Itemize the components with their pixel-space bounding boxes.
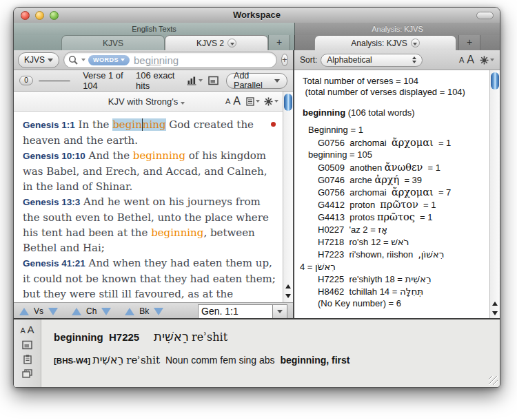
verse-down-button[interactable] — [48, 308, 58, 315]
analysis-text: = 2 — [363, 224, 378, 235]
reference-input[interactable] — [198, 304, 272, 319]
scope-token[interactable]: WORDS — [88, 55, 130, 65]
analysis-text: G0756 archomai — [318, 138, 392, 148]
resize-grip[interactable] — [489, 376, 498, 385]
chevron-down-icon — [256, 100, 260, 103]
display-settings-button[interactable] — [246, 97, 260, 106]
analysis-text: H7223 ri'shown, riishon — [318, 249, 418, 260]
analysis-line: Beginning = 1 — [300, 124, 489, 136]
text-pane-header: KJV with Strong's A A — [14, 92, 284, 112]
scroll-down-arrow[interactable] — [285, 294, 291, 298]
verse-slider-thumb[interactable]: 0 — [19, 76, 33, 85]
tab-kjvs2[interactable]: KJVS 2 — [165, 35, 268, 50]
analysis-line: H7218 ro'sh רֹאשׁ = 12 — [300, 235, 489, 248]
clipboard-icon[interactable] — [23, 355, 32, 364]
chevron-down-icon — [181, 102, 185, 105]
analysis-line: beginning (106 total words) — [300, 106, 489, 119]
scrollbar-thumb[interactable] — [284, 94, 292, 111]
analysis-line: G0756 archomai ἄρχομαι = 7 — [300, 186, 489, 198]
verse-ref: Genesis 10:10 — [23, 151, 85, 161]
analysis-text: G0756 archomai — [318, 187, 392, 198]
search-hit: beginning — [133, 149, 185, 162]
verse-slider-track[interactable] — [39, 80, 70, 82]
analysis-text: = 4 — [300, 262, 315, 272]
scope-label: WORDS — [93, 55, 119, 65]
pane-splitter-grip[interactable] — [146, 65, 161, 68]
open-in-window-icon[interactable] — [22, 340, 33, 350]
chevron-down-icon — [199, 79, 203, 82]
add-parallel-button[interactable]: Add Parallel — [226, 73, 287, 89]
add-tab-button-right[interactable]: + — [458, 35, 480, 50]
verse-nav-label: Vs — [34, 306, 43, 316]
book-up-button[interactable] — [125, 308, 134, 315]
scroll-down-arrow[interactable] — [492, 311, 498, 315]
spacer — [300, 119, 489, 124]
book-nav-label: Bk — [139, 306, 149, 316]
increase-font-button[interactable]: A — [467, 54, 474, 66]
analysis-scrollbar[interactable] — [489, 70, 500, 319]
text-module-dropdown[interactable]: KJV with Strong's — [19, 96, 225, 107]
tab-kjvs-label: KJVS — [103, 39, 123, 48]
analysis-line: H7225 re'shiyth רֵאשִׁית = 18 — [300, 273, 489, 285]
annotation-dot[interactable] — [271, 122, 276, 127]
tab-menu-icon[interactable] — [227, 39, 236, 48]
analysis-line: H7223 ri'shown, riishon ,רִאשׁוֹן — [300, 248, 489, 260]
detail-text: Noun comm fem sing abs — [160, 355, 280, 366]
add-tab-button-left[interactable]: + — [268, 35, 290, 50]
chevron-down-icon — [48, 59, 53, 62]
analysis-text: H7218 ro'sh — [318, 237, 371, 247]
increase-font-button[interactable]: A — [233, 95, 241, 107]
add-criteria-button[interactable]: + — [281, 54, 288, 66]
scrollbar-thumb[interactable] — [491, 72, 499, 90]
hits-label: 106 exact hits — [136, 70, 181, 91]
verse-up-button[interactable] — [19, 308, 29, 315]
scroll-up-arrow[interactable] — [285, 284, 291, 288]
verse-ref: Genesis 13:3 — [23, 197, 80, 207]
analysis-text: beginning = 105 — [308, 149, 372, 160]
scroll-up-arrow[interactable] — [492, 302, 498, 306]
analysis-text: (total number of verses displayed = 104) — [303, 87, 465, 97]
decrease-font-button[interactable]: A — [225, 97, 230, 105]
analysis-line: (total number of verses displayed = 104) — [300, 87, 489, 98]
left-zone-header: English Texts — [14, 23, 295, 35]
tab-kjvs[interactable]: KJVS — [61, 35, 165, 50]
page-icon — [246, 97, 254, 106]
analysis-toolbar: Sort: Alphabetical A A — [294, 50, 500, 70]
chevron-down-icon — [277, 310, 283, 313]
tab-analysis[interactable]: Analysis: KJVS — [314, 35, 456, 50]
verse-list: Genesis 1:1 In the beginning God created… — [14, 112, 284, 302]
panels-icon[interactable] — [22, 369, 32, 378]
verse: Genesis 1:1 In the beginning God created… — [23, 117, 276, 148]
detail-text: reʾshit — [192, 330, 227, 344]
book-down-button[interactable] — [154, 308, 163, 315]
details-button[interactable] — [208, 76, 219, 85]
verse-text: In the — [75, 118, 112, 131]
tab-kjvs2-label: KJVS 2 — [196, 39, 224, 48]
instant-details-line2: [BHS-W4] רֵאשִׁית reʾshit Noun comm fem … — [54, 353, 500, 366]
tab-menu-icon[interactable] — [411, 39, 420, 48]
right-tabs: Analysis: KJVS + — [295, 35, 500, 50]
search-field[interactable]: WORDS — [63, 52, 277, 68]
analysis-line: G4413 protos πρῶτος = 1 — [300, 211, 489, 223]
search-menu-icon[interactable] — [81, 59, 85, 61]
hits-graph-button[interactable] — [187, 76, 203, 85]
analysis-text: (No Key number) = 6 — [318, 298, 401, 308]
decrease-font-button[interactable]: A — [459, 56, 464, 64]
toolbar-toggle-button[interactable] — [476, 12, 494, 19]
detail-text — [139, 331, 154, 343]
chapter-down-button[interactable] — [101, 308, 111, 315]
font-size-buttons[interactable]: A A — [21, 324, 34, 335]
chapter-up-button[interactable] — [72, 308, 81, 315]
analysis-line: H8462 tchillah תְּחִלָּה = 14 — [300, 285, 489, 297]
instant-details-content: beginning H7225 רֵאשִׁית reʾshit [BHS-W4… — [41, 319, 500, 387]
sort-select[interactable]: Alphabetical — [321, 54, 423, 67]
verse-count-label: Verse 1 of 104 — [83, 70, 130, 91]
pane-actions-button[interactable] — [264, 97, 278, 106]
zone-header-bar: English Texts Analysis: KJVS — [14, 23, 500, 35]
module-select-button[interactable]: KJVS — [18, 52, 59, 68]
analysis-text: H8462 tchillah — [318, 286, 380, 297]
search-hit: begin — [112, 118, 142, 131]
analysis-actions-button[interactable] — [480, 56, 494, 65]
reference-dropdown-button[interactable] — [272, 304, 287, 319]
text-scrollbar[interactable] — [283, 92, 293, 302]
